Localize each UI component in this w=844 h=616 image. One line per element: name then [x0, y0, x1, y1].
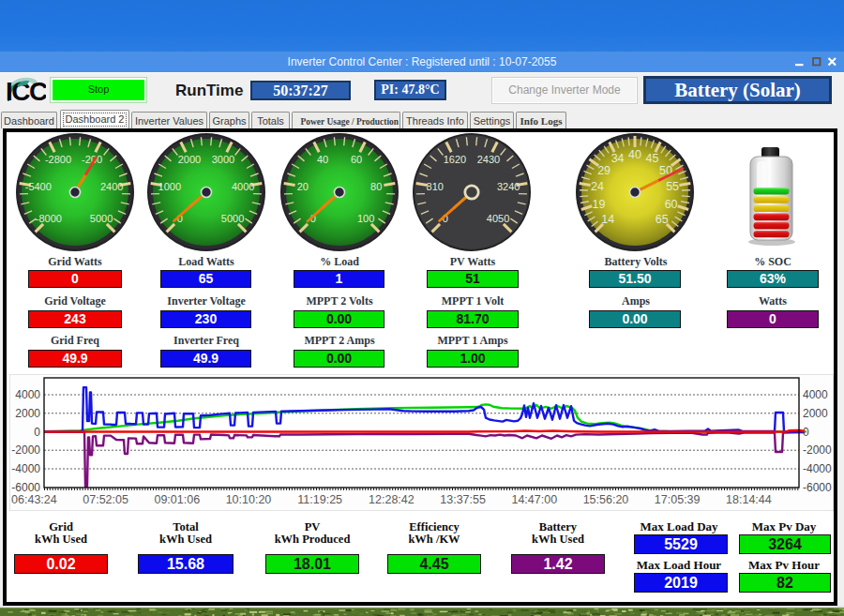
svg-text:4000: 4000: [803, 388, 828, 401]
svg-text:29: 29: [597, 164, 610, 177]
svg-text:10:10:20: 10:10:20: [226, 493, 272, 506]
svg-text:40: 40: [628, 148, 641, 161]
svg-text:-2000: -2000: [803, 443, 832, 457]
svg-text:-8000: -8000: [36, 213, 62, 224]
svg-text:-2000: -2000: [11, 443, 40, 457]
svg-text:06:43:24: 06:43:24: [11, 493, 57, 506]
svg-text:12:28:42: 12:28:42: [369, 493, 414, 506]
svg-text:19: 19: [592, 198, 605, 211]
svg-text:0: 0: [34, 426, 40, 439]
svg-text:60: 60: [665, 198, 678, 211]
svg-text:2000: 2000: [803, 407, 828, 420]
svg-text:11:19:25: 11:19:25: [297, 493, 342, 506]
svg-text:3000: 3000: [212, 154, 234, 165]
svg-text:18:14:44: 18:14:44: [726, 493, 772, 506]
svg-text:20: 20: [297, 181, 309, 192]
svg-text:2400: 2400: [100, 181, 123, 192]
svg-text:4050: 4050: [487, 213, 509, 224]
svg-text:-6000: -6000: [11, 481, 40, 494]
svg-text:34: 34: [611, 152, 625, 165]
svg-text:80: 80: [370, 181, 382, 192]
svg-text:55: 55: [666, 180, 679, 193]
svg-text:45: 45: [645, 152, 658, 165]
svg-text:14: 14: [601, 213, 614, 226]
svg-text:1000: 1000: [158, 181, 181, 192]
svg-text:60: 60: [351, 154, 362, 165]
svg-text:2430: 2430: [477, 154, 500, 165]
svg-text:2000: 2000: [178, 154, 201, 165]
svg-text:3240: 3240: [497, 181, 520, 192]
svg-text:13:37:55: 13:37:55: [440, 493, 486, 506]
svg-text:07:52:05: 07:52:05: [83, 493, 128, 506]
svg-text:2000: 2000: [15, 407, 40, 420]
svg-text:65: 65: [656, 213, 669, 226]
svg-text:-5400: -5400: [25, 181, 52, 192]
svg-text:810: 810: [427, 181, 444, 192]
svg-text:5000: 5000: [90, 213, 113, 224]
svg-text:5000: 5000: [221, 213, 244, 224]
svg-text:100: 100: [357, 213, 374, 224]
svg-text:15:56:20: 15:56:20: [583, 493, 629, 506]
svg-text:4000: 4000: [232, 181, 254, 192]
svg-text:14:47:00: 14:47:00: [511, 493, 557, 506]
svg-text:-4000: -4000: [803, 462, 832, 475]
svg-text:17:05:39: 17:05:39: [655, 493, 701, 506]
svg-text:1620: 1620: [444, 154, 466, 165]
svg-text:-2800: -2800: [45, 154, 71, 165]
svg-text:-6000: -6000: [803, 481, 832, 494]
svg-text:24: 24: [591, 180, 604, 193]
svg-text:-4000: -4000: [11, 462, 40, 475]
svg-text:4000: 4000: [15, 388, 40, 401]
svg-text:40: 40: [317, 154, 328, 165]
svg-text:09:01:06: 09:01:06: [154, 493, 200, 506]
